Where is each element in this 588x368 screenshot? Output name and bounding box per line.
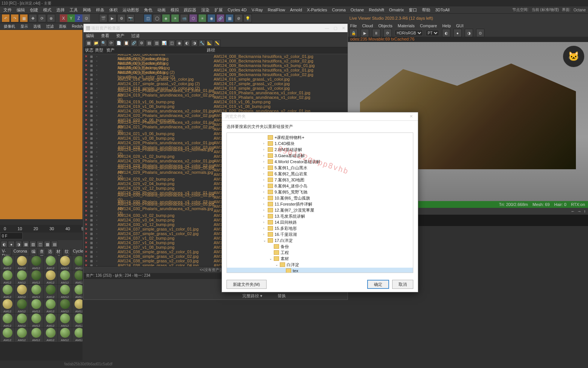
expand-icon[interactable]: ›: [263, 148, 268, 151]
menu-网格[interactable]: 网格: [81, 7, 93, 13]
menu-模拟[interactable]: 模拟: [169, 7, 181, 13]
tree-item[interactable]: ›16.千里琼湖: [227, 231, 413, 237]
tool-select[interactable]: ▦: [20, 14, 28, 22]
material-cell[interactable]: AM12: [29, 313, 43, 327]
lv-menu-Compare[interactable]: Compare: [420, 23, 437, 28]
material-cell[interactable]: AM12: [43, 299, 57, 313]
lv-i3[interactable]: ◑: [465, 29, 473, 37]
expand-icon[interactable]: ›: [263, 214, 268, 218]
aw-tool-9[interactable]: ▥: [153, 40, 160, 47]
aw-tool-0[interactable]: ▦: [85, 40, 92, 47]
expand-icon[interactable]: ›: [263, 166, 268, 170]
mat-t8[interactable]: ▤: [51, 241, 58, 248]
asset-row[interactable]: ✕▦▫AM124_009_Beckmannia hirsutiflora_v3_…: [84, 72, 348, 77]
material-cell[interactable]: AM12: [15, 313, 29, 327]
prim-misc[interactable]: 💡: [244, 14, 252, 22]
expand-icon[interactable]: ⌄: [269, 257, 274, 260]
menu-扩展[interactable]: 扩展: [213, 7, 225, 13]
menu-Octane[interactable]: Octane: [349, 8, 366, 12]
aw-tool-3[interactable]: ⟳: [108, 40, 115, 47]
menu-Arnold[interactable]: Arnold: [288, 8, 304, 12]
tool-move[interactable]: ✥: [29, 14, 37, 22]
expand-icon[interactable]: ›: [263, 160, 268, 164]
aw-tool-14[interactable]: ◑: [191, 40, 198, 47]
tool-undo[interactable]: ↶: [2, 14, 10, 22]
axis-y[interactable]: Y: [67, 14, 75, 22]
aw-tool-4[interactable]: 📄: [115, 40, 122, 47]
material-cell[interactable]: AM12: [15, 299, 29, 313]
asset-row[interactable]: ✕▦▫AM124_017_simple_grassL_v2_color.jpg …: [84, 81, 348, 86]
tree-item[interactable]: ›12.案例7_沙漠荒草屋: [227, 207, 413, 213]
axis-z[interactable]: Z: [75, 14, 82, 22]
next-icon[interactable]: →: [577, 209, 582, 214]
tree-item[interactable]: ›2.WM基础讲解: [227, 147, 413, 153]
lv-i1[interactable]: ◐: [442, 29, 450, 37]
tree-item[interactable]: ›5.案例1_白山黑水: [227, 165, 413, 171]
aw-tool-2[interactable]: 🔍: [100, 40, 107, 47]
dialog-close-icon[interactable]: ✕: [407, 114, 415, 119]
tree-item[interactable]: ›1.C4D模块: [227, 140, 413, 147]
new-folder-button[interactable]: 新建文件夹(M): [227, 280, 267, 289]
aw-tool-6[interactable]: 🔗: [130, 40, 137, 47]
mat-t6[interactable]: ◫: [37, 241, 43, 248]
lv-i4[interactable]: ⊙: [476, 29, 484, 37]
tree-item[interactable]: ›13.毛发系统讲解: [227, 213, 413, 219]
lv-menu-Objects[interactable]: Objects: [378, 23, 392, 28]
lv-refresh[interactable]: ⟳: [383, 29, 392, 37]
prev-icon[interactable]: ←: [571, 209, 575, 214]
tree-item[interactable]: 备份: [227, 243, 413, 249]
material-cell[interactable]: AM12: [0, 285, 14, 299]
menu-编辑[interactable]: 编辑: [15, 7, 27, 13]
aw-tool-16[interactable]: 📐: [206, 40, 213, 47]
submenu-摄像机[interactable]: 摄像机: [2, 24, 17, 29]
menu-Ornatrix[interactable]: Ornatrix: [387, 8, 406, 12]
material-cell[interactable]: AM12: [15, 328, 29, 342]
aw-tool-15[interactable]: 🔧: [199, 40, 205, 47]
tree-item[interactable]: +课程是特物料+: [227, 134, 413, 140]
mat-t7[interactable]: ▩: [44, 241, 51, 248]
tree-item[interactable]: ›6.案例2_黑山岩浆: [227, 171, 413, 177]
tree-item[interactable]: ›15.多彩地形: [227, 225, 413, 231]
aw-menu-编辑[interactable]: 编辑: [86, 33, 94, 39]
submenu-选项[interactable]: 选项: [31, 24, 43, 29]
tool-render3[interactable]: ⚙: [117, 14, 126, 22]
tool-render2[interactable]: ▶: [108, 14, 116, 22]
expand-icon[interactable]: ⌄: [275, 263, 280, 267]
material-cell[interactable]: AM12: [72, 285, 82, 299]
expand-icon[interactable]: ›: [263, 232, 268, 236]
menu-渲染[interactable]: 渲染: [199, 7, 211, 13]
menu-3DToAll[interactable]: 3DToAll: [433, 8, 451, 12]
aw-tool-12[interactable]: ◉: [176, 40, 183, 47]
tree-item[interactable]: ›7.案例3_3D地图: [227, 177, 413, 183]
material-cell[interactable]: AM12: [58, 256, 72, 270]
tool-render4[interactable]: 📷: [126, 14, 135, 22]
lv-menu-Help[interactable]: Help: [442, 23, 451, 28]
axis-x[interactable]: X: [60, 14, 67, 22]
prim-spline[interactable]: ◯: [153, 14, 161, 22]
menu-RealFlow[interactable]: RealFlow: [266, 8, 287, 12]
lv-i2[interactable]: ●: [453, 29, 462, 37]
menu-Cycles 4D[interactable]: Cycles 4D: [226, 8, 248, 12]
expand-icon[interactable]: ›: [263, 202, 268, 206]
material-cell[interactable]: AM12: [58, 313, 72, 327]
frame-input[interactable]: [0, 232, 23, 239]
menu-跟踪器[interactable]: 跟踪器: [182, 7, 198, 13]
menu-模式[interactable]: 模式: [41, 7, 53, 13]
tree-item[interactable]: ›11.Forester插件详解: [227, 201, 413, 207]
aw-menu-查看[interactable]: 查看: [101, 33, 109, 39]
max-icon[interactable]: ▢: [334, 26, 337, 31]
asset-window-titlebar[interactable]: ▦ 项目资产检查器 —▢✕: [84, 24, 348, 32]
material-cell[interactable]: AM12: [58, 285, 72, 299]
col-status[interactable]: 状态: [84, 47, 95, 54]
col-path[interactable]: 路径: [205, 47, 348, 54]
tree-item[interactable]: ⌄白洋淀: [227, 262, 413, 268]
axis-world[interactable]: ⊙: [82, 14, 90, 22]
expand-icon[interactable]: ›: [263, 154, 268, 157]
menu-V-Ray[interactable]: V-Ray: [250, 8, 265, 12]
expand-icon[interactable]: ›: [263, 178, 268, 182]
material-cell[interactable]: AM12: [72, 256, 82, 270]
material-cell[interactable]: AM12: [72, 313, 82, 327]
menu-文件[interactable]: 文件: [2, 7, 14, 13]
lv-menu-File[interactable]: File: [350, 23, 357, 28]
tree-item[interactable]: ›8.案例4_迷你小岛: [227, 183, 413, 189]
